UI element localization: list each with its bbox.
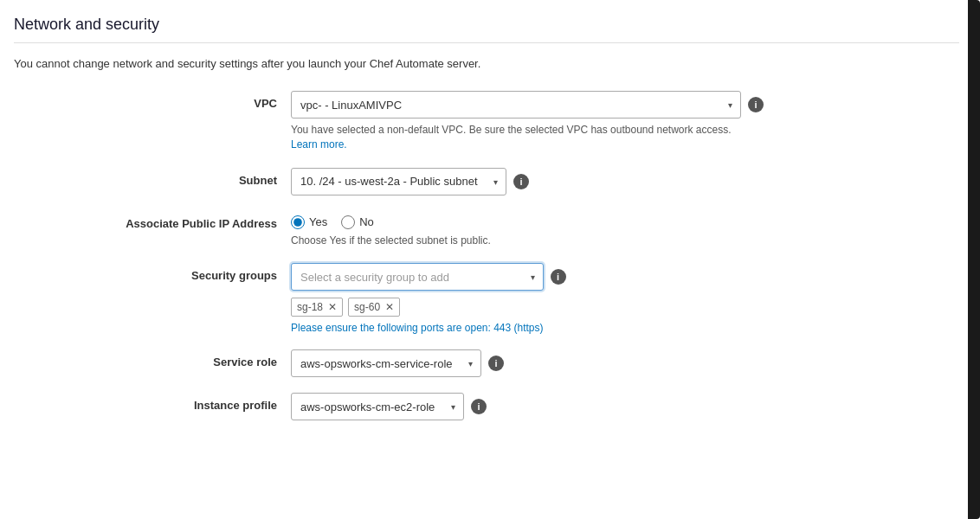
security-groups-info-icon[interactable]: i <box>551 269 566 285</box>
instance-profile-select[interactable]: aws-opsworks-cm-ec2-role <box>291 393 464 420</box>
page-subtitle: You cannot change network and security s… <box>14 57 959 70</box>
public-ip-control-area: Yes No Choose Yes if the selected subnet… <box>291 211 491 248</box>
no-radio-input[interactable] <box>341 215 355 229</box>
service-role-control-area: aws-opsworks-cm-service-role ▾ <box>291 349 481 377</box>
ports-helper-text: Please ensure the following ports are op… <box>291 322 544 334</box>
subnet-label: Subnet <box>14 168 291 187</box>
yes-radio-option[interactable]: Yes <box>291 215 327 229</box>
instance-profile-row: Instance profile aws-opsworks-cm-ec2-rol… <box>14 393 949 420</box>
vpc-label: VPC <box>14 91 291 110</box>
subnet-select-wrapper: 10. /24 - us-west-2a - Public subnet ▾ <box>291 168 506 195</box>
network-security-form: VPC vpc- - LinuxAMIVPC ▾ You have select… <box>14 91 949 420</box>
security-group-tags: sg-18 ✕ sg-60 ✕ <box>291 298 544 317</box>
public-ip-label: Associate Public IP Address <box>14 211 291 230</box>
public-ip-radio-group: Yes No <box>291 211 491 229</box>
no-radio-label: No <box>359 215 374 228</box>
sg-tag-2: sg-60 ✕ <box>348 298 400 317</box>
service-role-select-wrapper: aws-opsworks-cm-service-role ▾ <box>291 349 481 377</box>
vpc-select-wrapper: vpc- - LinuxAMIVPC ▾ <box>291 91 741 119</box>
section-divider <box>14 42 959 43</box>
vpc-helper-text: You have selected a non-default VPC. Be … <box>291 123 741 152</box>
sg-tag-1: sg-18 ✕ <box>291 298 343 317</box>
service-role-info-icon[interactable]: i <box>488 356 504 371</box>
yes-radio-input[interactable] <box>291 215 305 229</box>
vpc-select[interactable]: vpc- - LinuxAMIVPC <box>291 91 741 119</box>
subnet-info-icon[interactable]: i <box>513 174 529 189</box>
subnet-select[interactable]: 10. /24 - us-west-2a - Public subnet <box>291 168 506 195</box>
public-ip-row: Associate Public IP Address Yes No Choos… <box>14 211 949 248</box>
subnet-row: Subnet 10. /24 - us-west-2a - Public sub… <box>14 168 949 195</box>
page-title: Network and security <box>14 16 959 34</box>
security-groups-control-area: Select a security group to add ▾ sg-18 ✕… <box>291 263 544 334</box>
service-role-select[interactable]: aws-opsworks-cm-service-role <box>291 349 481 377</box>
subnet-control-area: 10. /24 - us-west-2a - Public subnet ▾ <box>291 168 506 195</box>
security-groups-select-wrapper: Select a security group to add ▾ <box>291 263 544 291</box>
instance-profile-label: Instance profile <box>14 393 291 412</box>
security-groups-select[interactable]: Select a security group to add <box>291 263 544 291</box>
yes-radio-label: Yes <box>309 215 327 228</box>
sg-tag-1-text: sg-18 <box>297 301 323 313</box>
security-groups-label: Security groups <box>14 263 291 282</box>
security-groups-row: Security groups Select a security group … <box>14 263 949 334</box>
sg-tag-1-remove-button[interactable]: ✕ <box>328 302 337 312</box>
vpc-row: VPC vpc- - LinuxAMIVPC ▾ You have select… <box>14 91 949 152</box>
sg-tag-2-text: sg-60 <box>354 301 380 313</box>
instance-profile-info-icon[interactable]: i <box>471 399 487 414</box>
service-role-row: Service role aws-opsworks-cm-service-rol… <box>14 349 949 377</box>
sg-tag-2-remove-button[interactable]: ✕ <box>385 302 394 312</box>
vpc-control-area: vpc- - LinuxAMIVPC ▾ You have selected a… <box>291 91 741 152</box>
service-role-label: Service role <box>14 349 291 368</box>
public-ip-helper: Choose Yes if the selected subnet is pub… <box>291 234 491 248</box>
vpc-learn-more-link[interactable]: Learn more. <box>291 138 347 151</box>
vpc-info-icon[interactable]: i <box>748 97 764 112</box>
no-radio-option[interactable]: No <box>341 215 374 229</box>
instance-profile-select-wrapper: aws-opsworks-cm-ec2-role ▾ <box>291 393 464 420</box>
instance-profile-control-area: aws-opsworks-cm-ec2-role ▾ <box>291 393 464 420</box>
